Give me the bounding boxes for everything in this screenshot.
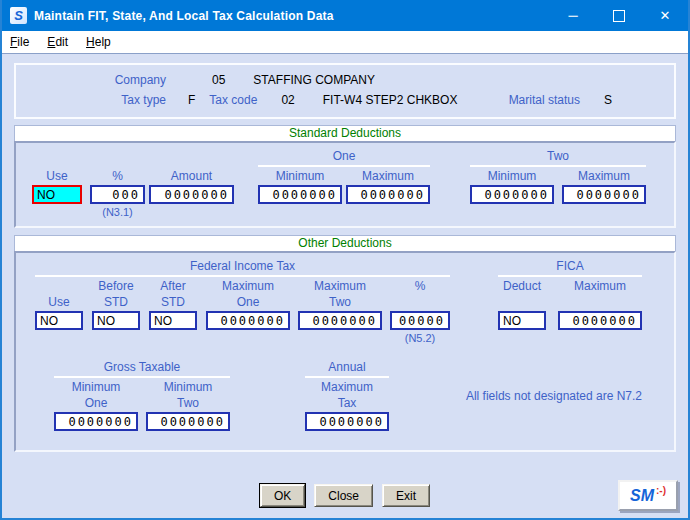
sd-use-label: Use bbox=[32, 169, 82, 185]
maximize-icon bbox=[613, 10, 625, 22]
minimize-button[interactable]: ─ bbox=[550, 0, 596, 31]
fica-underline bbox=[498, 275, 642, 277]
marital-status-value: S bbox=[604, 93, 612, 107]
app-window: S Maintain FIT, State, And Local Tax Cal… bbox=[0, 0, 690, 520]
sd-two-maximum-field[interactable] bbox=[562, 185, 646, 204]
window-title: Maintain FIT, State, And Local Tax Calcu… bbox=[34, 9, 334, 23]
menu-file-label: ile bbox=[17, 35, 29, 49]
fit-maximum-two-label-line1: Maximum bbox=[298, 279, 382, 295]
standard-deductions-section: Standard Deductions One Two Use % Amount… bbox=[14, 125, 676, 228]
fica-deduct-label: Deduct bbox=[498, 279, 546, 295]
menu-help[interactable]: Help bbox=[77, 35, 120, 49]
sd-two-minimum-label: Minimum bbox=[470, 169, 554, 185]
menu-file[interactable]: File bbox=[2, 35, 38, 49]
fit-after-std-field[interactable] bbox=[149, 311, 197, 330]
group-two-underline bbox=[470, 165, 646, 167]
sd-use-field[interactable] bbox=[32, 185, 82, 204]
company-name: STAFFING COMPANY bbox=[253, 73, 375, 87]
federal-income-tax-underline bbox=[35, 275, 450, 277]
sm-logo-text: SM bbox=[630, 487, 654, 505]
button-row: OK Close Exit SM :-) bbox=[2, 484, 688, 507]
standard-deductions-body: One Two Use % Amount Minimum Maximum Min… bbox=[14, 141, 676, 228]
fit-use-label: Use bbox=[35, 295, 83, 311]
sd-one-minimum-label: Minimum bbox=[258, 169, 342, 185]
gross-taxable-underline bbox=[54, 376, 230, 378]
fica-maximum-label: Maximum bbox=[558, 279, 642, 295]
exit-button[interactable]: Exit bbox=[382, 484, 430, 507]
fit-maximum-one-field[interactable] bbox=[206, 311, 290, 330]
fit-after-label-line1: After bbox=[149, 279, 197, 295]
maximize-button[interactable] bbox=[596, 0, 642, 31]
fica-deduct-field[interactable] bbox=[498, 311, 546, 330]
sd-two-maximum-label: Maximum bbox=[562, 169, 646, 185]
other-deductions-title: Other Deductions bbox=[14, 235, 676, 251]
sm-logo-button[interactable]: SM :-) bbox=[618, 480, 678, 511]
sd-percent-label: % bbox=[90, 169, 145, 185]
gross-taxable-label: Gross Taxable bbox=[54, 360, 230, 375]
sd-one-maximum-field[interactable] bbox=[346, 185, 430, 204]
company-code: 05 bbox=[212, 73, 225, 87]
menu-edit-label: dit bbox=[55, 35, 68, 49]
company-row: Company 05 STAFFING COMPANY bbox=[16, 70, 674, 90]
fit-use-field[interactable] bbox=[35, 311, 83, 330]
sd-percent-field[interactable] bbox=[90, 185, 145, 204]
sm-logo-smiley: :-) bbox=[656, 485, 666, 496]
gt-minimum-one-label-line2: One bbox=[54, 396, 138, 412]
annual-label: Annual bbox=[305, 360, 389, 375]
fit-after-label-line2: STD bbox=[149, 295, 197, 311]
gt-minimum-two-label-line2: Two bbox=[146, 396, 230, 412]
app-icon: S bbox=[10, 7, 27, 24]
close-dialog-button[interactable]: Close bbox=[314, 484, 373, 507]
fit-maximum-two-field[interactable] bbox=[298, 311, 382, 330]
tax-type-value: F bbox=[188, 93, 195, 107]
menu-help-accelerator: H bbox=[86, 35, 95, 49]
fit-percent-format-note: (N5.2) bbox=[390, 331, 450, 346]
fit-before-label-line1: Before bbox=[92, 279, 140, 295]
menubar: File Edit Help bbox=[2, 31, 688, 54]
sd-two-minimum-field[interactable] bbox=[470, 185, 554, 204]
group-one-underline bbox=[258, 165, 430, 167]
info-panel: Company 05 STAFFING COMPANY Tax type F T… bbox=[14, 63, 676, 119]
group-one-label: One bbox=[258, 149, 430, 164]
client-area: Company 05 STAFFING COMPANY Tax type F T… bbox=[2, 54, 688, 507]
other-deductions-body: Federal Income Tax FICA Before After Max… bbox=[14, 251, 676, 452]
close-button[interactable]: ✕ bbox=[642, 0, 688, 31]
annual-maximum-tax-label-line1: Maximum bbox=[305, 380, 389, 396]
company-label: Company bbox=[16, 73, 166, 87]
sd-amount-label: Amount bbox=[149, 169, 234, 185]
fit-percent-field[interactable] bbox=[390, 311, 450, 330]
tax-code-label: Tax code bbox=[209, 93, 257, 107]
marital-status-label: Marital status bbox=[509, 93, 580, 107]
fit-maximum-one-label-line2: One bbox=[206, 295, 290, 311]
tax-code-name: FIT-W4 STEP2 CHKBOX bbox=[323, 93, 458, 107]
gt-minimum-two-label-line1: Minimum bbox=[146, 380, 230, 396]
standard-deductions-title: Standard Deductions bbox=[14, 125, 676, 141]
annual-maximum-tax-field[interactable] bbox=[305, 412, 389, 431]
sd-one-minimum-field[interactable] bbox=[258, 185, 342, 204]
federal-income-tax-label: Federal Income Tax bbox=[35, 259, 450, 274]
gt-minimum-one-field[interactable] bbox=[54, 412, 138, 431]
annual-maximum-tax-label-line2: Tax bbox=[305, 396, 389, 412]
fields-format-note: All fields not designated are N7.2 bbox=[429, 380, 679, 412]
other-deductions-section: Other Deductions Federal Income Tax FICA… bbox=[14, 235, 676, 452]
gt-minimum-two-field[interactable] bbox=[146, 412, 230, 431]
menu-edit[interactable]: Edit bbox=[38, 35, 77, 49]
fit-maximum-one-label-line1: Maximum bbox=[206, 279, 290, 295]
fit-percent-label: % bbox=[390, 279, 450, 295]
close-icon: ✕ bbox=[660, 8, 671, 23]
fit-before-std-field[interactable] bbox=[92, 311, 140, 330]
group-two-label: Two bbox=[470, 149, 646, 164]
menu-help-label: elp bbox=[95, 35, 111, 49]
sd-amount-field[interactable] bbox=[149, 185, 234, 204]
sd-one-maximum-label: Maximum bbox=[346, 169, 430, 185]
tax-code-value: 02 bbox=[281, 93, 294, 107]
fit-maximum-two-label-line2: Two bbox=[298, 295, 382, 311]
ok-button[interactable]: OK bbox=[260, 484, 305, 507]
window-controls: ─ ✕ bbox=[550, 0, 688, 31]
gt-minimum-one-label-line1: Minimum bbox=[54, 380, 138, 396]
fica-maximum-field[interactable] bbox=[558, 311, 642, 330]
fit-before-label-line2: STD bbox=[92, 295, 140, 311]
tax-type-label: Tax type bbox=[16, 93, 166, 107]
minimize-icon: ─ bbox=[568, 8, 577, 23]
tax-row: Tax type F Tax code 02 FIT-W4 STEP2 CHKB… bbox=[16, 90, 674, 110]
